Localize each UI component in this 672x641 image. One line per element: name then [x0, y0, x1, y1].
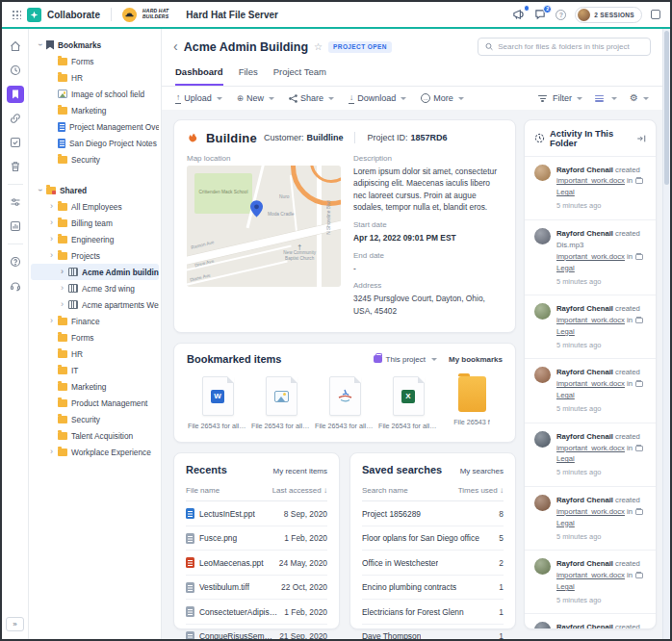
recent-file-row[interactable]: CongueRisusSemper.tiff 21 Sep, 2020 [186, 625, 327, 639]
column-last-accessed[interactable]: Last accessed ↓ [272, 486, 327, 495]
upload-button[interactable]: ↑Upload [175, 93, 222, 104]
recent-file-row[interactable]: LeoMaecenas.ppt 24 May, 2020 [186, 551, 327, 576]
activity-file-link[interactable]: important_work.docx [556, 571, 625, 579]
collaborate-logo-icon[interactable] [27, 8, 41, 22]
favorite-star-icon[interactable]: ☆ [314, 41, 323, 52]
help-icon[interactable]: ? [556, 10, 566, 20]
my-recent-items-link[interactable]: My recent items [273, 467, 327, 475]
activity-user[interactable]: Rayford Chenail [556, 496, 613, 504]
activity-folder-link[interactable]: Legal [556, 188, 575, 196]
activity-folder-link[interactable]: Legal [556, 582, 575, 591]
tree-chevron-icon[interactable]: › [47, 317, 56, 325]
bookmarked-file[interactable]: File 26543 f [441, 376, 503, 430]
view-options-button[interactable] [595, 95, 617, 102]
tree-item[interactable]: › Security [31, 151, 159, 167]
tree-chevron-icon[interactable]: › [47, 218, 56, 227]
file-name[interactable]: ConsectetuerAdipiscingElit.tiff [199, 607, 278, 617]
tree-chevron-icon[interactable]: › [36, 40, 44, 49]
tree-item[interactable]: › Finance [31, 313, 159, 329]
notifications-icon[interactable]: 2 [533, 9, 547, 21]
saved-search-row[interactable]: Project 1856289 8 [362, 501, 504, 526]
recent-file-row[interactable]: Fusce.png 1 Feb, 2020 [186, 526, 327, 551]
activity-folder-link[interactable]: Legal [556, 391, 575, 399]
search-input[interactable] [498, 42, 643, 51]
settings-button[interactable]: ⚙ [630, 93, 649, 103]
map-pin-icon[interactable] [250, 200, 263, 221]
recent-file-row[interactable]: Vestibulum.tiff 22 Oct, 2020 [186, 576, 327, 601]
saved-search-row[interactable]: Electricians for Forest Glenn 1 [362, 600, 504, 625]
file-name[interactable]: CongueRisusSemper.tiff [199, 631, 273, 639]
expand-rail-button[interactable]: » [6, 617, 24, 631]
activity-folder-link[interactable]: Legal [556, 519, 575, 527]
collapse-panel-icon[interactable] [636, 134, 646, 143]
activity-file-link[interactable]: important_work.docx [556, 176, 625, 185]
bookmarked-file[interactable]: File 26543 for all the... [314, 376, 375, 430]
tree-item[interactable]: › Forms [31, 329, 159, 346]
activity-user[interactable]: Rayford Chenail [556, 623, 613, 628]
tab[interactable]: Dashboard [175, 66, 223, 86]
tree-item[interactable]: › Acme apartments West LA [31, 296, 159, 313]
tree-item[interactable]: › Workplace Experience [31, 444, 159, 460]
tree-item[interactable]: › Image of school field [31, 86, 159, 102]
tree-item[interactable]: › Security [31, 411, 159, 427]
sessions-pill[interactable]: 2 SESSIONS [575, 7, 642, 23]
activity-file-link[interactable]: important_work.docx [556, 252, 625, 261]
tab[interactable]: Project Team [273, 66, 326, 86]
stop-screen-icon[interactable] [651, 10, 660, 19]
column-times-used[interactable]: Times used ↓ [458, 486, 504, 495]
tree-chevron-icon[interactable]: › [58, 300, 66, 309]
activity-user[interactable]: Rayford Chenail [556, 368, 613, 376]
tree-item[interactable]: › IT [31, 362, 159, 378]
activity-user[interactable]: Rayford Chenail [556, 229, 613, 238]
tree-chevron-icon[interactable]: › [58, 284, 66, 293]
search-name[interactable]: Electricians for Forest Glenn [362, 607, 464, 617]
activity-user[interactable]: Rayford Chenail [556, 166, 613, 174]
saved-search-row[interactable]: Floor oplans for San Diego office 5 [362, 526, 504, 551]
bookmarks-icon[interactable] [7, 86, 24, 103]
project-search[interactable] [478, 38, 651, 56]
bookmark-scope-dropdown[interactable]: This project [374, 355, 437, 364]
recents-icon[interactable] [7, 62, 24, 79]
activity-file-link[interactable]: important_work.docx [556, 316, 625, 324]
map[interactable]: Crittenden Mack School Nuro [187, 166, 341, 287]
activity-user[interactable]: Rayford Chenail [556, 559, 613, 568]
recent-file-row[interactable]: ConsectetuerAdipiscingElit.tiff 1 Feb, 2… [186, 600, 327, 625]
bookmarked-file[interactable]: File 26543 for all the... [377, 376, 439, 430]
tree-item[interactable]: › Marketing [31, 102, 159, 118]
reports-icon[interactable] [7, 218, 24, 235]
search-name[interactable]: Project 1856289 [362, 509, 421, 519]
search-name[interactable]: Floor oplans for San Diego office [362, 533, 479, 543]
file-name[interactable]: LectusInEst.ppt [199, 509, 255, 519]
activity-file-link[interactable]: important_work.docx [556, 444, 625, 452]
activity-folder-link[interactable]: Legal [556, 327, 575, 336]
links-icon[interactable] [7, 110, 24, 127]
tree-chevron-icon[interactable]: › [47, 202, 56, 211]
tree-item[interactable]: › Bookmarks [31, 37, 159, 53]
my-searches-link[interactable]: My searches [460, 467, 504, 475]
file-name[interactable]: LeoMaecenas.ppt [199, 558, 264, 568]
tree-item[interactable]: › Forms [31, 53, 159, 69]
tree-item[interactable]: › Product Management [31, 395, 159, 411]
activity-list[interactable]: Rayford Chenail created important_work.d… [525, 156, 656, 629]
bookmarked-file[interactable]: File 26543 for all the... [187, 376, 248, 430]
tree-item[interactable]: › Talent Acquisition [31, 427, 159, 444]
more-button[interactable]: ...More [421, 93, 464, 103]
tree-item[interactable]: › Acme Admin building [31, 264, 159, 280]
new-button[interactable]: ⊕New [237, 93, 274, 103]
my-bookmarks-link[interactable]: My bookmarks [449, 355, 503, 364]
tree-item[interactable]: › Engineering [31, 231, 159, 247]
tree-chevron-icon[interactable]: › [58, 268, 66, 276]
file-name[interactable]: Vestibulum.tiff [199, 582, 249, 592]
bookmarked-file[interactable]: File 26543 for all the... [250, 376, 312, 430]
activity-file-link[interactable]: important_work.docx [556, 379, 625, 388]
search-name[interactable]: Dave Thompson [362, 631, 421, 639]
announcements-icon[interactable] [511, 9, 525, 21]
saved-search-row[interactable]: Encino plumbing contracts 1 [362, 576, 504, 601]
tree-item[interactable]: › HR [31, 346, 159, 362]
activity-file-link[interactable]: important_work.docx [556, 507, 625, 516]
tree-item[interactable]: › Acme 3rd wing [31, 280, 159, 296]
tree-item[interactable]: › All Employees [31, 198, 159, 215]
tree-item[interactable]: › Billing team [31, 215, 159, 231]
tree-item[interactable]: › San Diego Project Notes [31, 135, 159, 151]
file-name[interactable]: Fusce.png [199, 533, 237, 543]
